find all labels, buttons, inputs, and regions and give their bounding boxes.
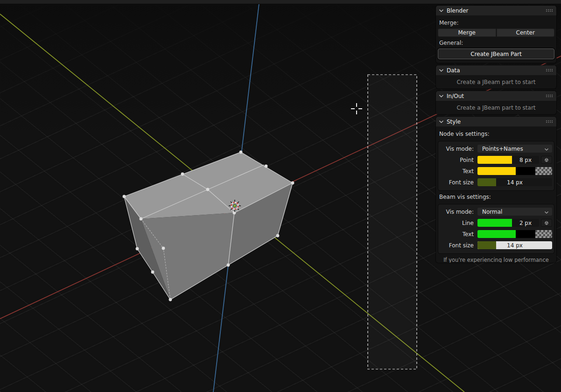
node-vis-mode-label: Vis mode:: [438, 146, 477, 152]
box-face-front-left: [141, 213, 234, 300]
node-text-color-widget[interactable]: [477, 167, 552, 175]
inout-empty-text: Create a JBeam part to start: [456, 105, 535, 111]
crosshair-cursor: [351, 103, 362, 114]
node-point-size-value[interactable]: 8 px: [512, 156, 539, 164]
beam-text-color-swatch[interactable]: [477, 230, 516, 238]
beam-line-widget[interactable]: 2 px: [477, 219, 539, 227]
node-font-size-label: Font size: [438, 179, 477, 186]
extras-button[interactable]: [541, 156, 552, 164]
top-bar: [0, 0, 561, 4]
performance-note-line1: If you're experiencing low performance: [438, 257, 554, 263]
drag-grip-icon[interactable]: [546, 94, 553, 98]
chevron-down-icon: [545, 146, 548, 152]
node-vis-settings-label: Node vis settings:: [439, 131, 553, 137]
node-point-widget[interactable]: 8 px: [477, 156, 539, 164]
node-vis-groupbox: Vis mode: Points+Names Point 8 px: [438, 141, 554, 191]
create-jbeam-part-button[interactable]: Create JBeam Part: [438, 49, 554, 59]
node-text-bg-swatch[interactable]: [516, 167, 535, 175]
section-title: Blender: [447, 7, 546, 14]
beam-font-size-slider[interactable]: 14 px: [477, 241, 552, 249]
chevron-down-icon: [439, 9, 443, 12]
beam-text-label: Text: [438, 231, 477, 238]
beam-text-bg-swatch[interactable]: [516, 230, 535, 238]
beam-text-color-widget[interactable]: [477, 230, 552, 238]
section-header-style[interactable]: Style: [436, 117, 556, 126]
node-font-size-value: 14 px: [477, 178, 552, 186]
beam-line-width-value[interactable]: 2 px: [512, 219, 539, 227]
node-point-label: Point: [438, 157, 477, 163]
merge-button[interactable]: Merge: [438, 28, 496, 37]
section-title: Data: [447, 67, 546, 74]
node-vis-mode-value: Points+Names: [482, 146, 545, 152]
section-title: Style: [447, 119, 546, 125]
beam-font-size-label: Font size: [438, 242, 477, 249]
node-text-alpha-swatch[interactable]: [535, 167, 552, 175]
beam-vis-mode-label: Vis mode:: [438, 209, 477, 215]
chevron-down-icon: [439, 95, 443, 98]
beam-text-alpha-swatch[interactable]: [535, 230, 552, 238]
beam-vis-settings-label: Beam vis settings:: [439, 194, 553, 200]
node-text-color-swatch[interactable]: [477, 167, 516, 175]
drag-grip-icon[interactable]: [546, 120, 553, 123]
beam-vis-groupbox: Vis mode: Normal Line 2 px: [438, 204, 554, 254]
drag-grip-icon[interactable]: [546, 69, 553, 72]
chevron-down-icon: [545, 209, 548, 215]
beam-vis-mode-dropdown[interactable]: Normal: [477, 208, 552, 216]
section-blender: Blender Merge: Merge Center General: Cre…: [436, 6, 556, 63]
section-header-data[interactable]: Data: [436, 65, 556, 75]
beam-line-color-swatch[interactable]: [477, 219, 512, 227]
chevron-down-icon: [439, 69, 443, 72]
data-empty-text: Create a JBeam part to start: [456, 79, 535, 85]
sidebar-panel: Blender Merge: Merge Center General: Cre…: [436, 6, 556, 265]
chevron-down-icon: [439, 120, 443, 123]
cube-icon: [545, 221, 548, 224]
box-select-region[interactable]: [368, 75, 417, 369]
section-header-inout[interactable]: In/Out: [436, 91, 556, 101]
blender-window: Blender Merge: Merge Center General: Cre…: [0, 0, 561, 392]
general-label: General:: [439, 40, 553, 46]
section-inout: In/Out Create a JBeam part to start: [436, 91, 556, 114]
merge-label: Merge:: [439, 20, 553, 26]
extras-button[interactable]: [541, 219, 552, 227]
section-style: Style Node vis settings: Vis mode: Point…: [436, 117, 556, 263]
node-point-color-swatch[interactable]: [477, 156, 512, 164]
section-data: Data Create a JBeam part to start: [436, 65, 556, 89]
drag-grip-icon[interactable]: [546, 9, 553, 12]
beam-line-label: Line: [438, 220, 477, 226]
box-mesh[interactable]: [123, 151, 295, 301]
beam-font-size-value: 14 px: [477, 241, 552, 249]
node-text-label: Text: [438, 168, 477, 175]
beam-vis-mode-value: Normal: [482, 209, 545, 215]
node-vis-mode-dropdown[interactable]: Points+Names: [477, 145, 552, 153]
center-button[interactable]: Center: [497, 28, 555, 37]
section-title: In/Out: [447, 93, 546, 99]
node-font-size-slider[interactable]: 14 px: [477, 178, 552, 186]
cube-icon: [545, 158, 548, 161]
performance-note: If you're experiencing low performance c…: [438, 257, 554, 263]
section-header-blender[interactable]: Blender: [436, 6, 556, 15]
